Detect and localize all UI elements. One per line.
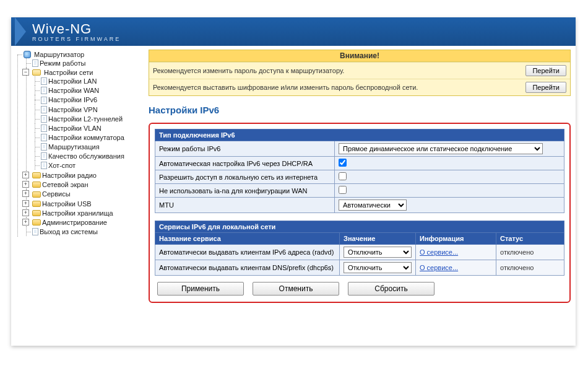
page-icon — [41, 87, 47, 94]
page-icon — [41, 143, 47, 151]
page-icon — [41, 152, 47, 160]
service-name: Автоматически выдавать клиентам IPv6 адр… — [155, 245, 340, 260]
expand-icon[interactable]: + — [22, 219, 29, 226]
alert-go-button[interactable]: Перейти — [525, 82, 566, 93]
nav-ipv6[interactable]: Настройки IPv6 — [48, 97, 97, 104]
page-icon — [41, 97, 47, 104]
nav-l2[interactable]: Настройки L2-туннелей — [48, 115, 123, 123]
nav-admin[interactable]: Администрирование — [42, 219, 107, 226]
nav-services[interactable]: Сервисы — [42, 191, 71, 198]
page-icon — [41, 162, 47, 169]
tree-root[interactable]: Маршрутизатор — [34, 51, 84, 58]
nav-qos[interactable]: Качество обслуживания — [48, 152, 124, 160]
nav-wan[interactable]: Настройки WAN — [48, 87, 99, 94]
apply-button[interactable]: Применить — [157, 282, 244, 296]
folder-icon — [32, 201, 41, 207]
ipv6-services-table: Сервисы IPv6 для локальной сети Название… — [155, 221, 564, 276]
logo-triangle-icon — [15, 17, 26, 46]
page-title: Настройки IPv6 — [149, 105, 571, 115]
section-header: Тип подключения IPv6 — [155, 129, 564, 141]
nav-logout[interactable]: Выход из системы — [40, 228, 98, 235]
service-value-select[interactable]: Отключить — [344, 262, 412, 273]
folder-icon — [32, 182, 41, 188]
page-icon — [32, 228, 38, 235]
brand-block: Wive-NG ROUTERS FIRMWARE — [32, 21, 121, 42]
nav-mode[interactable]: Режим работы — [40, 59, 85, 67]
cancel-button[interactable]: Отменить — [253, 282, 339, 296]
ipv6-mode-select[interactable]: Прямое динамическое или статическое подк… — [339, 143, 543, 154]
service-status: отключено — [496, 245, 564, 260]
alert-row: Рекомендуется изменить пароль доступа к … — [149, 62, 570, 79]
router-icon — [24, 51, 31, 58]
alert-box: Внимание! Рекомендуется изменить пароль … — [149, 50, 571, 96]
nav-usb[interactable]: Настройки USB — [42, 200, 92, 208]
page-icon — [41, 77, 47, 85]
row-label: Разрешить доступ в локальную сеть из инт… — [155, 170, 335, 184]
service-info-link[interactable]: О сервисе... — [420, 264, 458, 271]
collapse-icon[interactable]: − — [22, 69, 29, 76]
nav-hotspot[interactable]: Хот-спот — [48, 162, 76, 169]
nav-routing[interactable]: Маршрутизация — [48, 143, 100, 151]
service-name: Автоматически выдавать клиентам DNS/pref… — [155, 260, 340, 276]
alert-row: Рекомендуется выставить шифрование и/или… — [149, 79, 570, 95]
row-label: Режим работы IPv6 — [155, 141, 335, 157]
row-label: Не использовать ia-na для конфигурации W… — [155, 184, 335, 198]
dhcp-ra-checkbox[interactable] — [339, 159, 347, 167]
col-info: Информация — [416, 233, 496, 245]
alert-title: Внимание! — [149, 50, 570, 62]
allow-internet-checkbox[interactable] — [339, 172, 347, 180]
expand-icon[interactable]: + — [22, 172, 29, 178]
nav-radio[interactable]: Настройки радио — [42, 172, 97, 179]
nav-vlan[interactable]: Настройки VLAN — [48, 125, 102, 132]
page-icon — [32, 59, 38, 67]
nav-vpn[interactable]: Настройки VPN — [48, 106, 98, 113]
service-value-select[interactable]: Отключить — [344, 247, 412, 258]
nav-switch[interactable]: Настройки коммутатора — [48, 134, 124, 141]
ipv6-connection-table: Тип подключения IPv6 Режим работы IPv6 П… — [155, 129, 564, 213]
alert-go-button[interactable]: Перейти — [525, 65, 566, 76]
page-icon — [41, 115, 47, 123]
folder-icon — [32, 172, 41, 178]
highlighted-settings-area: Тип подключения IPv6 Режим работы IPv6 П… — [149, 123, 571, 303]
col-status: Статус — [496, 233, 564, 245]
section-header: Сервисы IPv6 для локальной сети — [155, 221, 564, 233]
service-row: Автоматически выдавать клиентам DNS/pref… — [155, 260, 564, 276]
brand-subtitle: ROUTERS FIRMWARE — [32, 36, 121, 42]
folder-open-icon — [32, 69, 41, 76]
sidebar: Маршрутизатор Режим работы − Настройки с… — [11, 46, 146, 346]
page-icon — [41, 134, 47, 141]
page-icon — [41, 125, 47, 132]
mtu-select[interactable]: Автоматически — [339, 199, 407, 211]
nav-net-settings[interactable]: Настройки сети — [44, 69, 93, 76]
expand-icon[interactable]: + — [22, 190, 29, 197]
folder-icon — [32, 210, 41, 216]
expand-icon[interactable]: + — [22, 200, 29, 207]
page-icon — [41, 106, 47, 113]
row-label: MTU — [155, 198, 335, 213]
service-row: Автоматически выдавать клиентам IPv6 адр… — [155, 245, 564, 260]
alert-msg: Рекомендуется изменить пароль доступа к … — [153, 67, 344, 74]
col-value: Значение — [340, 233, 416, 245]
expand-icon[interactable]: + — [22, 209, 29, 216]
folder-icon — [32, 191, 41, 198]
expand-icon[interactable]: + — [22, 181, 29, 188]
no-iana-checkbox[interactable] — [339, 186, 347, 194]
reset-button[interactable]: Сбросить — [348, 282, 435, 296]
nav-lan[interactable]: Настройки LAN — [48, 77, 97, 85]
action-button-row: Применить Отменить Сбросить — [155, 282, 564, 296]
brand-name: Wive-NG — [32, 21, 121, 37]
folder-icon — [32, 219, 41, 226]
alert-msg: Рекомендуется выставить шифрование и/или… — [153, 84, 418, 91]
service-status: отключено — [496, 260, 564, 276]
nav-storage[interactable]: Настройки хранилища — [42, 209, 113, 217]
row-label: Автоматическая настройка IPv6 через DHCP… — [155, 157, 335, 170]
service-info-link[interactable]: О сервисе... — [420, 248, 458, 256]
app-header: Wive-NG ROUTERS FIRMWARE — [11, 17, 576, 46]
nav-firewall[interactable]: Сетевой экран — [42, 181, 89, 188]
main-content: Внимание! Рекомендуется изменить пароль … — [146, 46, 576, 346]
col-name: Название сервиса — [155, 233, 340, 245]
